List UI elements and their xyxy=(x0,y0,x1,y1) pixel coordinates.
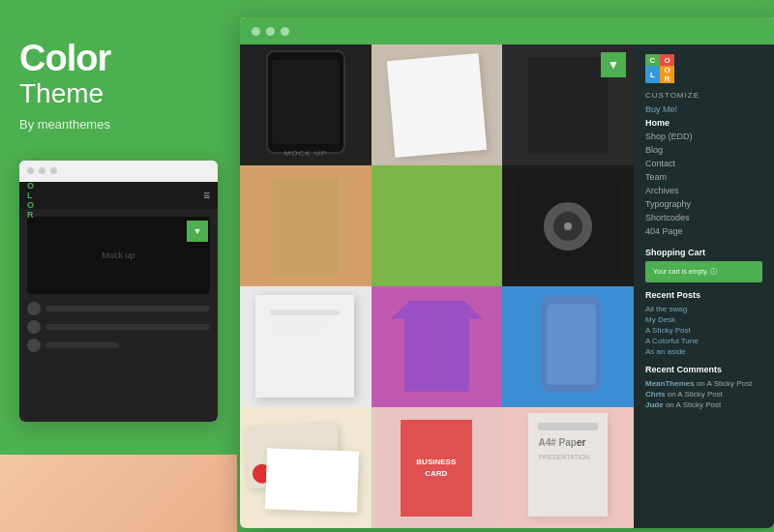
grid-cell-4[interactable] xyxy=(240,165,372,286)
mockup-label-1: Mock up xyxy=(284,149,327,158)
main-browser: ▼ Mock up xyxy=(240,17,774,528)
grid-cell-10[interactable] xyxy=(240,407,372,528)
brochure-mockup: BUSINESSCARD xyxy=(401,420,473,517)
mini-line xyxy=(45,324,210,330)
shopping-cart-title: Shopping Cart xyxy=(645,248,762,257)
logo-letter-r: OR xyxy=(660,66,674,83)
grid-cell-11[interactable]: BUSINESSCARD xyxy=(372,407,503,528)
grid-cell-9[interactable] xyxy=(502,286,634,407)
mini-dot-1 xyxy=(27,167,34,174)
a4-paper-mockup: A4# Paper PRESENTATION xyxy=(528,413,607,516)
bag-mockup xyxy=(273,178,339,275)
paper-white-mockup xyxy=(255,295,354,398)
mini-mockup-label: Mock up xyxy=(102,251,134,260)
recent-post-1[interactable]: All the swag xyxy=(645,304,762,314)
nav-item-archives[interactable]: Archives xyxy=(645,184,762,197)
phone-screen xyxy=(272,60,339,143)
brand-by: By meanthemes xyxy=(19,117,218,132)
nav-item-team[interactable]: Team xyxy=(645,170,762,184)
mini-filter-button[interactable]: ▼ xyxy=(187,221,208,242)
nav-item-shop[interactable]: Shop (EDD) xyxy=(645,130,762,143)
bottom-image xyxy=(0,455,237,532)
image-grid: Mock up xyxy=(240,44,634,528)
mini-line-short xyxy=(45,342,119,348)
cart-empty-message: Your cart is empty. ⓘ xyxy=(645,261,762,282)
bottom-strip xyxy=(0,455,237,532)
mini-avatar xyxy=(27,302,41,315)
mini-content: COLOR ≡ ▼ Mock up xyxy=(19,182,218,422)
mini-list-item xyxy=(27,339,210,352)
cd-mockup xyxy=(528,57,607,154)
mini-line xyxy=(45,306,210,311)
logo-letter-l: L xyxy=(645,66,660,83)
mini-dot-3 xyxy=(50,167,57,174)
main-dot-1 xyxy=(252,27,260,36)
mini-dot-2 xyxy=(39,167,45,174)
nav-item-buyme[interactable]: Buy Me! xyxy=(645,103,762,116)
vinyl-mockup xyxy=(516,178,621,275)
recent-post-2[interactable]: My Desk xyxy=(645,314,762,325)
recent-post-3[interactable]: A Sticky Post xyxy=(645,325,762,336)
paper-mockup xyxy=(387,53,487,158)
nav-item-home[interactable]: Home xyxy=(645,116,762,130)
business-card-2 xyxy=(265,448,359,512)
grid-cell-5[interactable] xyxy=(372,165,503,286)
main-browser-bar xyxy=(240,17,774,44)
brand-title: Color Theme xyxy=(19,39,218,109)
mini-nav: COLOR ≡ xyxy=(19,182,218,209)
mini-list-item xyxy=(27,302,210,315)
grid-cell-6[interactable] xyxy=(502,165,634,286)
grid-cell-1[interactable]: Mock up xyxy=(240,44,372,165)
recent-post-4[interactable]: A Colorful Tune xyxy=(645,336,762,346)
tshirt-mockup xyxy=(391,301,483,392)
sidebar-nav: Buy Me! Home Shop (EDD) Blog Contact Tea… xyxy=(645,103,762,238)
phone-mockup xyxy=(266,50,344,153)
nav-item-shortcodes[interactable]: Shortcodes xyxy=(645,211,762,224)
recent-post-5[interactable]: As an aside xyxy=(645,346,762,357)
mini-browser-bar xyxy=(19,161,218,182)
sidebar: C O L OR CUSTOMIZE Buy Me! Home Shop (ED… xyxy=(634,44,774,528)
nav-item-typography[interactable]: Typography xyxy=(645,197,762,211)
mini-browser: COLOR ≡ ▼ Mock up xyxy=(19,161,218,422)
recent-comment-1: MeanThemes on A Sticky Post xyxy=(645,378,762,389)
nav-item-contact[interactable]: Contact xyxy=(645,157,762,170)
phone-mockup-2 xyxy=(542,296,601,393)
image-grid-area: ▼ Mock up xyxy=(240,44,634,528)
mini-avatar xyxy=(27,339,41,352)
mini-logo: COLOR xyxy=(27,182,34,220)
soda-mockup xyxy=(410,178,462,275)
nav-item-blog[interactable]: Blog xyxy=(645,143,762,157)
nav-item-404[interactable]: 404 Page xyxy=(645,224,762,238)
grid-cell-7[interactable] xyxy=(240,286,372,407)
logo-letter-c: C xyxy=(645,54,660,66)
main-content: ▼ Mock up xyxy=(240,44,774,528)
color-logo: C O L OR xyxy=(645,54,674,83)
left-panel: Color Theme By meanthemes COLOR ≡ ▼ Mock… xyxy=(0,0,237,532)
mini-avatar xyxy=(27,320,41,334)
grid-cell-2[interactable] xyxy=(372,44,503,165)
recent-comments-title: Recent Comments xyxy=(645,365,762,374)
customize-label: CUSTOMIZE xyxy=(645,91,762,100)
grid-cell-8[interactable] xyxy=(372,286,503,407)
main-dot-3 xyxy=(281,27,289,36)
recent-comment-3: Jude on A Sticky Post xyxy=(645,399,762,410)
mini-list-item xyxy=(27,320,210,334)
mini-hamburger-icon: ≡ xyxy=(203,189,210,202)
recent-posts-title: Recent Posts xyxy=(645,290,762,300)
main-dot-2 xyxy=(266,27,275,36)
filter-button[interactable]: ▼ xyxy=(601,52,626,77)
logo-letter-o: O xyxy=(660,54,674,66)
mini-mockup-area: Mock up xyxy=(27,217,210,294)
mini-list xyxy=(19,294,218,365)
grid-cell-12[interactable]: A4# Paper PRESENTATION xyxy=(502,407,634,528)
recent-comment-2: Chris on A Sticky Post xyxy=(645,389,762,399)
